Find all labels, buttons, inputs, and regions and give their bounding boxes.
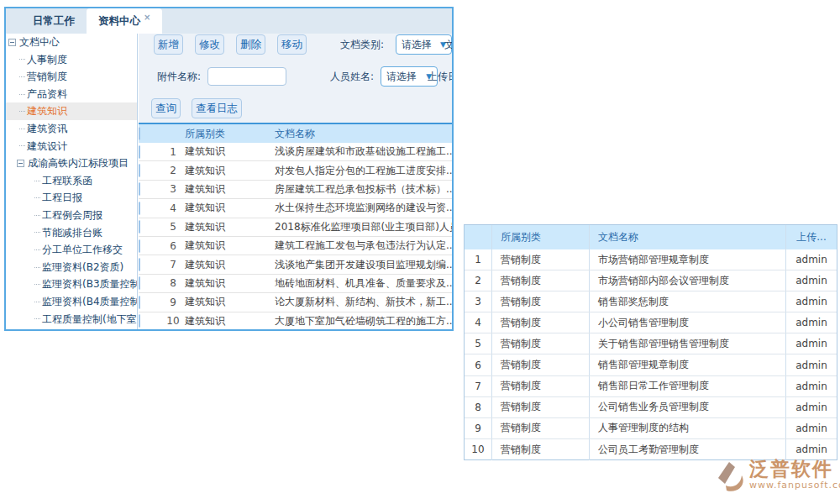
tree-connector: [34, 302, 40, 302]
doc-category-select[interactable]: 请选择 ▼: [396, 34, 452, 55]
tree-item-分工单位工作移交[interactable]: 分工单位工作移交: [6, 241, 137, 259]
table-row[interactable]: 4建筑知识水土保持生态环境监测网络的建设与资...: [139, 199, 452, 218]
row-doc-name: 销售部日常工作管理制度: [590, 376, 786, 396]
table-row[interactable]: 10建筑知识大厦地下室加气砼墙砌筑工程的施工方...: [139, 312, 452, 329]
tree-item-工程联系函[interactable]: 工程联系函: [6, 172, 137, 190]
row-number: 3: [161, 183, 185, 195]
row-doc-name: 市场营销部内部会议管理制度: [590, 270, 786, 291]
collapse-icon[interactable]: [17, 160, 24, 167]
row-doc-name: 销售部奖惩制度: [590, 291, 786, 312]
action-button-修改[interactable]: 修改: [195, 34, 224, 55]
row-number: 2: [161, 165, 185, 176]
row-doc-name: 销售部管理规章制度: [590, 354, 786, 375]
table-row[interactable]: 2建筑知识对发包人指定分包的工程施工进度安排...: [139, 161, 452, 180]
tree-item-营销制度[interactable]: 营销制度: [6, 68, 137, 86]
select-all-checkbox[interactable]: [139, 127, 140, 140]
row-checkbox[interactable]: [139, 220, 140, 234]
row-checkbox[interactable]: [139, 202, 140, 215]
tree-project-node[interactable]: 成渝高铁内江标段项目: [6, 155, 137, 172]
tree-item-clipped[interactable]: 工程质量控制: [6, 328, 137, 329]
tree-item-label: 建筑设计: [27, 138, 67, 155]
table-row[interactable]: 7建筑知识浅谈地产集团开发建设项目监理规划编...: [139, 255, 452, 274]
tab-日常工作[interactable]: 日常工作: [21, 8, 87, 34]
row-checkbox[interactable]: [139, 314, 140, 328]
row-checkbox[interactable]: [139, 182, 140, 196]
tree-item-建筑设计[interactable]: 建筑设计: [6, 138, 137, 155]
table-row[interactable]: 3营销制度销售部奖惩制度admin: [465, 291, 837, 312]
row-doc-name: 人事管理制度的结构: [590, 418, 786, 438]
row-category: 营销制度: [492, 291, 590, 312]
row-doc-name: 论大厦新材料、新结构、新技术，新工...: [275, 295, 452, 309]
row-checkbox[interactable]: [139, 164, 140, 177]
row-checkbox[interactable]: [139, 296, 140, 309]
row-checkbox[interactable]: [139, 239, 140, 253]
document-table: 所属别类 文档名称 1建筑知识浅谈房屋建筑和市政基础设施工程施工...2建筑知识…: [139, 123, 452, 329]
checkbox-cell: [139, 221, 161, 233]
table-row[interactable]: 1营销制度市场营销部管理规章制度admin: [465, 249, 837, 270]
table-row[interactable]: 1建筑知识浅谈房屋建筑和市政基础设施工程施工...: [139, 143, 452, 161]
content-panel: 新增修改删除移动 文档类别: 请选择 ▼ 文档 附件名称: 人员姓名: 请选择 …: [139, 34, 452, 329]
tree-item-人事制度[interactable]: 人事制度: [6, 51, 137, 69]
tree-item-工程质量控制(地下室)[interactable]: 工程质量控制(地下室): [6, 311, 137, 328]
table-row[interactable]: 9营销制度人事管理制度的结构admin: [465, 418, 837, 439]
document-table-header: 所属别类 文档名称: [139, 124, 452, 143]
row-number: 9: [161, 297, 185, 308]
row-category: 建筑知识: [185, 314, 275, 328]
tab-资料中心[interactable]: 资料中心×: [87, 8, 162, 34]
tree-item-工程例会周报[interactable]: 工程例会周报: [6, 207, 137, 224]
table-row[interactable]: 2营销制度市场营销部内部会议管理制度admin: [465, 270, 837, 291]
table-row[interactable]: 6建筑知识建筑工程施工发包与承包违法行为认定...: [139, 237, 452, 255]
row-number: 7: [465, 376, 492, 396]
table-row[interactable]: 8营销制度公司销售业务员管理制度admin: [465, 397, 837, 418]
brand-site: www.fanpusoft.com: [749, 480, 840, 491]
tree-item-label: 工程质量控制: [42, 328, 102, 329]
attachment-input[interactable]: [207, 67, 286, 86]
tree-root-doc-center[interactable]: 文档中心: [6, 34, 137, 51]
close-icon[interactable]: ×: [144, 13, 150, 22]
row-number: 10: [161, 315, 185, 327]
table-row[interactable]: 5建筑知识2018标准化监理项目部(业主项目部)人员...: [139, 218, 452, 237]
tree-item-建筑知识[interactable]: 建筑知识: [6, 102, 137, 120]
row-uploader: admin: [786, 270, 837, 291]
tree-item-label: 工程例会周报: [42, 207, 102, 224]
tree-item-监理资料(B4质量控制)[interactable]: 监理资料(B4质量控制): [6, 293, 137, 311]
tree-item-label: 建筑资讯: [27, 120, 67, 138]
row-doc-name: 对发包人指定分包的工程施工进度安排...: [275, 164, 452, 178]
doc-category-label: 文档类别:: [340, 38, 384, 52]
tree-connector: [34, 181, 40, 181]
row-checkbox[interactable]: [139, 145, 140, 159]
row-checkbox[interactable]: [139, 258, 140, 271]
row-checkbox[interactable]: [139, 276, 140, 290]
tree-item-label: 监理资料(B2资质): [42, 259, 123, 276]
row-number: 5: [161, 221, 185, 233]
tree-item-监理资料(B3质量控制)[interactable]: 监理资料(B3质量控制): [6, 276, 137, 293]
action-button-移动[interactable]: 移动: [277, 34, 307, 55]
document-tree: 文档中心人事制度营销制度产品资料建筑知识建筑资讯建筑设计成渝高铁内江标段项目工程…: [6, 34, 138, 329]
table-row[interactable]: 7营销制度销售部日常工作管理制度admin: [465, 376, 837, 397]
view-log-button[interactable]: 查看日志: [192, 98, 242, 118]
row-doc-name: 浅谈地产集团开发建设项目监理规划编...: [275, 258, 452, 272]
search-button[interactable]: 查询: [151, 98, 181, 118]
tree-item-建筑资讯[interactable]: 建筑资讯: [6, 120, 137, 138]
row-doc-name: 关于销售部管理销售管理制度: [590, 333, 786, 354]
tree-item-节能减排台账[interactable]: 节能减排台账: [6, 224, 137, 242]
tree-item-产品资料[interactable]: 产品资料: [6, 86, 137, 103]
tree-item-监理资料(B2资质)[interactable]: 监理资料(B2资质): [6, 259, 137, 276]
table-row[interactable]: 4营销制度小公司销售管理制度admin: [465, 312, 837, 333]
table-row[interactable]: 8建筑知识地砖地面材料、机具准备、质量要求及...: [139, 275, 452, 293]
tree-item-label: 节能减排台账: [42, 224, 102, 242]
tree-item-工程日报[interactable]: 工程日报: [6, 189, 137, 207]
table-row[interactable]: 5营销制度关于销售部管理销售管理制度admin: [465, 333, 837, 354]
table-row[interactable]: 9建筑知识论大厦新材料、新结构、新技术，新工...: [139, 293, 452, 312]
table-row[interactable]: 3建筑知识房屋建筑工程总承包投标书（技术标）...: [139, 181, 452, 199]
tree-item-label: 人事制度: [27, 51, 67, 69]
tree-connector: [19, 94, 25, 95]
row-number: 5: [465, 333, 492, 354]
row-doc-name: 水土保持生态环境监测网络的建设与资...: [275, 201, 452, 215]
action-button-新增[interactable]: 新增: [154, 34, 183, 55]
collapse-icon[interactable]: [8, 39, 16, 46]
table-row[interactable]: 6营销制度销售部管理规章制度admin: [465, 354, 837, 375]
action-button-删除[interactable]: 删除: [236, 34, 265, 55]
row-doc-name: 房屋建筑工程总承包投标书（技术标）...: [275, 182, 452, 197]
tree-item-label: 监理资料(B3质量控制): [42, 276, 138, 293]
